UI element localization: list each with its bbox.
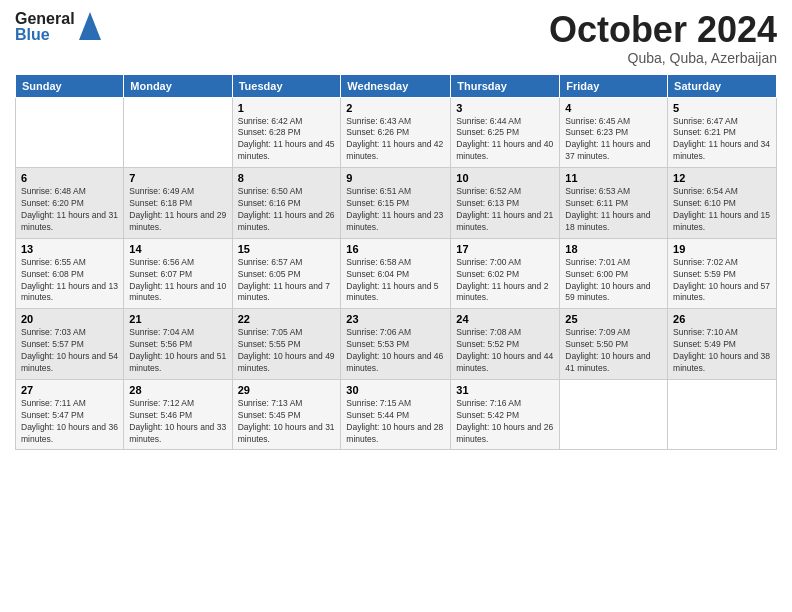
day-info: Sunrise: 6:51 AM Sunset: 6:15 PM Dayligh… bbox=[346, 186, 445, 234]
calendar-header: SundayMondayTuesdayWednesdayThursdayFrid… bbox=[16, 74, 777, 97]
day-number: 10 bbox=[456, 172, 554, 184]
day-number: 1 bbox=[238, 102, 336, 114]
calendar-cell: 10Sunrise: 6:52 AM Sunset: 6:13 PM Dayli… bbox=[451, 168, 560, 239]
logo-words: General Blue bbox=[15, 11, 75, 43]
day-number: 13 bbox=[21, 243, 118, 255]
day-info: Sunrise: 6:57 AM Sunset: 6:05 PM Dayligh… bbox=[238, 257, 336, 305]
calendar-cell: 16Sunrise: 6:58 AM Sunset: 6:04 PM Dayli… bbox=[341, 238, 451, 309]
day-info: Sunrise: 7:15 AM Sunset: 5:44 PM Dayligh… bbox=[346, 398, 445, 446]
weekday-row: SundayMondayTuesdayWednesdayThursdayFrid… bbox=[16, 74, 777, 97]
calendar-body: 1Sunrise: 6:42 AM Sunset: 6:28 PM Daylig… bbox=[16, 97, 777, 450]
day-info: Sunrise: 7:08 AM Sunset: 5:52 PM Dayligh… bbox=[456, 327, 554, 375]
day-info: Sunrise: 6:53 AM Sunset: 6:11 PM Dayligh… bbox=[565, 186, 662, 234]
day-number: 30 bbox=[346, 384, 445, 396]
day-number: 31 bbox=[456, 384, 554, 396]
day-info: Sunrise: 7:01 AM Sunset: 6:00 PM Dayligh… bbox=[565, 257, 662, 305]
calendar-cell: 31Sunrise: 7:16 AM Sunset: 5:42 PM Dayli… bbox=[451, 379, 560, 450]
day-info: Sunrise: 6:55 AM Sunset: 6:08 PM Dayligh… bbox=[21, 257, 118, 305]
day-info: Sunrise: 7:04 AM Sunset: 5:56 PM Dayligh… bbox=[129, 327, 226, 375]
calendar-cell: 23Sunrise: 7:06 AM Sunset: 5:53 PM Dayli… bbox=[341, 309, 451, 380]
day-info: Sunrise: 6:42 AM Sunset: 6:28 PM Dayligh… bbox=[238, 116, 336, 164]
logo-general: General bbox=[15, 11, 75, 27]
calendar-week-row: 27Sunrise: 7:11 AM Sunset: 5:47 PM Dayli… bbox=[16, 379, 777, 450]
calendar-cell: 28Sunrise: 7:12 AM Sunset: 5:46 PM Dayli… bbox=[124, 379, 232, 450]
header: General Blue October 2024 Quba, Quba, Az… bbox=[15, 10, 777, 66]
day-info: Sunrise: 6:49 AM Sunset: 6:18 PM Dayligh… bbox=[129, 186, 226, 234]
title-month: October 2024 bbox=[549, 10, 777, 50]
calendar-cell: 15Sunrise: 6:57 AM Sunset: 6:05 PM Dayli… bbox=[232, 238, 341, 309]
day-number: 22 bbox=[238, 313, 336, 325]
calendar-cell: 11Sunrise: 6:53 AM Sunset: 6:11 PM Dayli… bbox=[560, 168, 668, 239]
day-number: 4 bbox=[565, 102, 662, 114]
day-number: 3 bbox=[456, 102, 554, 114]
day-info: Sunrise: 7:12 AM Sunset: 5:46 PM Dayligh… bbox=[129, 398, 226, 446]
calendar-cell bbox=[668, 379, 777, 450]
svg-marker-0 bbox=[79, 12, 101, 40]
day-number: 8 bbox=[238, 172, 336, 184]
day-number: 17 bbox=[456, 243, 554, 255]
calendar-week-row: 13Sunrise: 6:55 AM Sunset: 6:08 PM Dayli… bbox=[16, 238, 777, 309]
day-number: 25 bbox=[565, 313, 662, 325]
day-number: 20 bbox=[21, 313, 118, 325]
calendar-week-row: 1Sunrise: 6:42 AM Sunset: 6:28 PM Daylig… bbox=[16, 97, 777, 168]
weekday-header: Sunday bbox=[16, 74, 124, 97]
day-number: 2 bbox=[346, 102, 445, 114]
calendar-cell: 4Sunrise: 6:45 AM Sunset: 6:23 PM Daylig… bbox=[560, 97, 668, 168]
day-number: 16 bbox=[346, 243, 445, 255]
day-info: Sunrise: 6:47 AM Sunset: 6:21 PM Dayligh… bbox=[673, 116, 771, 164]
calendar-cell: 29Sunrise: 7:13 AM Sunset: 5:45 PM Dayli… bbox=[232, 379, 341, 450]
weekday-header: Thursday bbox=[451, 74, 560, 97]
day-info: Sunrise: 7:11 AM Sunset: 5:47 PM Dayligh… bbox=[21, 398, 118, 446]
weekday-header: Friday bbox=[560, 74, 668, 97]
day-info: Sunrise: 7:06 AM Sunset: 5:53 PM Dayligh… bbox=[346, 327, 445, 375]
day-info: Sunrise: 7:02 AM Sunset: 5:59 PM Dayligh… bbox=[673, 257, 771, 305]
day-number: 14 bbox=[129, 243, 226, 255]
day-info: Sunrise: 7:10 AM Sunset: 5:49 PM Dayligh… bbox=[673, 327, 771, 375]
calendar-week-row: 20Sunrise: 7:03 AM Sunset: 5:57 PM Dayli… bbox=[16, 309, 777, 380]
day-number: 9 bbox=[346, 172, 445, 184]
calendar-cell: 8Sunrise: 6:50 AM Sunset: 6:16 PM Daylig… bbox=[232, 168, 341, 239]
logo-blue: Blue bbox=[15, 27, 75, 43]
calendar-cell: 6Sunrise: 6:48 AM Sunset: 6:20 PM Daylig… bbox=[16, 168, 124, 239]
weekday-header: Saturday bbox=[668, 74, 777, 97]
day-number: 28 bbox=[129, 384, 226, 396]
day-number: 23 bbox=[346, 313, 445, 325]
day-info: Sunrise: 6:50 AM Sunset: 6:16 PM Dayligh… bbox=[238, 186, 336, 234]
calendar-cell bbox=[560, 379, 668, 450]
calendar-cell: 22Sunrise: 7:05 AM Sunset: 5:55 PM Dayli… bbox=[232, 309, 341, 380]
day-info: Sunrise: 7:05 AM Sunset: 5:55 PM Dayligh… bbox=[238, 327, 336, 375]
calendar-week-row: 6Sunrise: 6:48 AM Sunset: 6:20 PM Daylig… bbox=[16, 168, 777, 239]
logo-icon bbox=[79, 12, 101, 44]
day-info: Sunrise: 7:13 AM Sunset: 5:45 PM Dayligh… bbox=[238, 398, 336, 446]
day-number: 21 bbox=[129, 313, 226, 325]
day-number: 19 bbox=[673, 243, 771, 255]
day-info: Sunrise: 7:16 AM Sunset: 5:42 PM Dayligh… bbox=[456, 398, 554, 446]
calendar-cell: 12Sunrise: 6:54 AM Sunset: 6:10 PM Dayli… bbox=[668, 168, 777, 239]
calendar-cell: 25Sunrise: 7:09 AM Sunset: 5:50 PM Dayli… bbox=[560, 309, 668, 380]
title-block: October 2024 Quba, Quba, Azerbaijan bbox=[549, 10, 777, 66]
day-number: 12 bbox=[673, 172, 771, 184]
day-info: Sunrise: 7:00 AM Sunset: 6:02 PM Dayligh… bbox=[456, 257, 554, 305]
day-number: 15 bbox=[238, 243, 336, 255]
day-info: Sunrise: 6:44 AM Sunset: 6:25 PM Dayligh… bbox=[456, 116, 554, 164]
calendar-cell: 7Sunrise: 6:49 AM Sunset: 6:18 PM Daylig… bbox=[124, 168, 232, 239]
day-info: Sunrise: 6:52 AM Sunset: 6:13 PM Dayligh… bbox=[456, 186, 554, 234]
title-location: Quba, Quba, Azerbaijan bbox=[549, 50, 777, 66]
calendar-cell: 1Sunrise: 6:42 AM Sunset: 6:28 PM Daylig… bbox=[232, 97, 341, 168]
day-info: Sunrise: 6:58 AM Sunset: 6:04 PM Dayligh… bbox=[346, 257, 445, 305]
logo: General Blue bbox=[15, 10, 101, 44]
weekday-header: Wednesday bbox=[341, 74, 451, 97]
calendar-cell: 19Sunrise: 7:02 AM Sunset: 5:59 PM Dayli… bbox=[668, 238, 777, 309]
calendar-cell: 14Sunrise: 6:56 AM Sunset: 6:07 PM Dayli… bbox=[124, 238, 232, 309]
day-number: 27 bbox=[21, 384, 118, 396]
day-number: 6 bbox=[21, 172, 118, 184]
day-number: 26 bbox=[673, 313, 771, 325]
calendar-cell: 24Sunrise: 7:08 AM Sunset: 5:52 PM Dayli… bbox=[451, 309, 560, 380]
day-number: 18 bbox=[565, 243, 662, 255]
calendar-cell: 5Sunrise: 6:47 AM Sunset: 6:21 PM Daylig… bbox=[668, 97, 777, 168]
day-number: 24 bbox=[456, 313, 554, 325]
calendar-cell: 30Sunrise: 7:15 AM Sunset: 5:44 PM Dayli… bbox=[341, 379, 451, 450]
calendar-cell: 26Sunrise: 7:10 AM Sunset: 5:49 PM Dayli… bbox=[668, 309, 777, 380]
day-info: Sunrise: 7:09 AM Sunset: 5:50 PM Dayligh… bbox=[565, 327, 662, 375]
calendar-cell bbox=[16, 97, 124, 168]
